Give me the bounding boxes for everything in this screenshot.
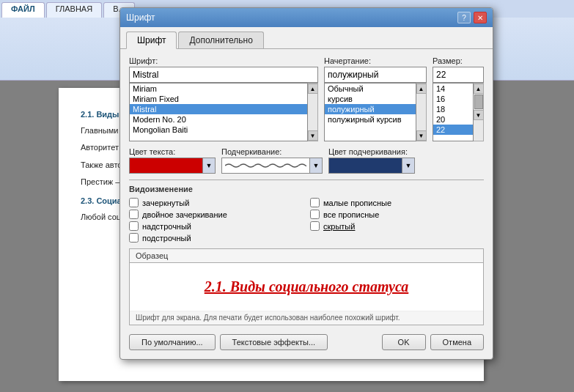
size-list-item-22[interactable]: 22 (433, 125, 473, 135)
scroll-up-arrow[interactable]: ▲ (416, 84, 427, 94)
style-list-item-bold[interactable]: полужирный (325, 104, 416, 114)
font-list[interactable]: Miriam Miriam Fixed Mistral Modern No. 2… (129, 83, 308, 141)
font-list-item[interactable]: Miriam (130, 84, 307, 94)
buttons-left: По умолчанию... Текстовые эффекты... (129, 334, 328, 350)
scroll-down-arrow[interactable]: ▼ (308, 130, 318, 141)
font-list-item-mistral[interactable]: Mistral (130, 104, 307, 114)
font-name-group: Шрифт: Miriam Miriam Fixed Mistral Moder… (129, 56, 318, 141)
style-list[interactable]: Обычный курсив полужирный полужирный кур… (324, 83, 416, 141)
dialog-body: Шрифт: Miriam Miriam Fixed Mistral Moder… (120, 49, 493, 359)
effects-section-title: Видоизменение (129, 180, 484, 193)
size-list-wrapper: 14 16 18 20 22 ▲ ▼ (433, 83, 484, 141)
size-list-item[interactable]: 14 (433, 84, 473, 94)
underline-color-picker: ▼ (328, 158, 415, 174)
underline-color-swatch[interactable] (328, 158, 402, 174)
checkbox-small-caps-label: малые прописные (323, 199, 391, 207)
checkbox-superscript-label: надстрочный (142, 222, 191, 231)
underline-dropdown[interactable]: ▼ (309, 158, 323, 174)
text-color-dropdown[interactable]: ▼ (202, 158, 216, 174)
size-list-item[interactable]: 16 (433, 94, 473, 104)
color-row: Цвет текста: ▼ Подчеркивание: ▼ (129, 147, 484, 174)
checkbox-hidden-label: скрытый (323, 222, 355, 231)
underline-color-dropdown[interactable]: ▼ (402, 158, 415, 174)
preview-text: 2.1. Виды социального статуса (205, 278, 409, 295)
style-list-item[interactable]: полужирный курсив (325, 114, 416, 125)
default-button[interactable]: По умолчанию... (129, 334, 216, 350)
checkbox-double-strikethrough-input[interactable] (129, 210, 139, 219)
underline-label: Подчеркивание: (221, 147, 323, 156)
underline-picker: ▼ (221, 158, 323, 174)
dialog-help-button[interactable]: ? (457, 12, 471, 23)
checkbox-all-caps-input[interactable] (310, 210, 320, 219)
font-size-input[interactable] (433, 67, 484, 83)
size-list-item[interactable]: 18 (433, 104, 473, 114)
font-name-label: Шрифт: (129, 56, 318, 65)
titlebar-controls: ? ✕ (457, 12, 487, 23)
checkbox-hidden-input[interactable] (310, 221, 320, 231)
font-list-item[interactable]: Modern No. 20 (130, 114, 307, 125)
size-list-item[interactable]: 20 (433, 114, 473, 125)
scroll-thumb[interactable] (474, 95, 483, 109)
scroll-down-arrow[interactable]: ▼ (474, 110, 484, 120)
checkbox-small-caps-input[interactable] (310, 198, 320, 207)
text-color-group: Цвет текста: ▼ (129, 147, 216, 174)
scroll-down-arrow[interactable]: ▼ (416, 130, 427, 141)
text-color-label: Цвет текста: (129, 147, 216, 156)
font-size-label: Размер: (433, 56, 484, 65)
font-style-group: Начертание: Обычный курсив полужирный по… (324, 56, 427, 141)
tab-advanced[interactable]: Дополнительно (178, 32, 263, 48)
checkbox-superscript-input[interactable] (129, 221, 139, 231)
checkbox-double-strikethrough[interactable]: двойное зачеркивание (129, 210, 303, 219)
preview-label: Образец (130, 249, 483, 263)
field-labels-row: Шрифт: Miriam Miriam Fixed Mistral Moder… (129, 56, 484, 141)
checkbox-subscript[interactable]: подстрочный (129, 233, 303, 243)
text-effects-button[interactable]: Текстовые эффекты... (220, 334, 328, 350)
font-list-item[interactable]: Miriam Fixed (130, 94, 307, 104)
checkbox-hidden[interactable]: скрытый (310, 221, 484, 231)
style-list-scrollbar[interactable]: ▲ ▼ (416, 83, 427, 141)
dialog-overlay: Шрифт ? ✕ Шрифт Дополнительно Шрифт: Mir… (0, 0, 574, 392)
dialog-buttons: По умолчанию... Текстовые эффекты... OK … (129, 331, 484, 352)
size-list-scrollbar[interactable]: ▲ ▼ (474, 83, 484, 141)
style-list-item[interactable]: Обычный (325, 84, 416, 94)
font-style-label: Начертание: (324, 56, 427, 65)
font-dialog: Шрифт ? ✕ Шрифт Дополнительно Шрифт: Mir… (119, 7, 493, 360)
checkbox-small-caps[interactable]: малые прописные (310, 198, 484, 207)
font-list-wrapper: Miriam Miriam Fixed Mistral Modern No. 2… (129, 83, 318, 141)
text-color-picker: ▼ (129, 158, 216, 174)
cancel-button[interactable]: Отмена (430, 334, 484, 350)
ok-button[interactable]: OK (382, 334, 426, 350)
font-size-group: Размер: 14 16 18 20 22 ▲ ▼ (433, 56, 484, 141)
font-name-input[interactable] (129, 67, 318, 83)
font-style-input[interactable] (324, 67, 427, 83)
style-list-wrapper: Обычный курсив полужирный полужирный кур… (324, 83, 427, 141)
preview-note: Шрифт для экрана. Для печати будет испол… (130, 311, 483, 325)
checkbox-all-caps-label: все прописные (323, 210, 379, 219)
checkbox-all-caps[interactable]: все прописные (310, 210, 484, 219)
font-list-scrollbar[interactable]: ▲ ▼ (308, 83, 318, 141)
checkbox-double-strikethrough-label: двойное зачеркивание (142, 210, 227, 219)
dialog-close-button[interactable]: ✕ (474, 12, 487, 23)
checkboxes-grid: зачеркнутый малые прописные двойное заче… (129, 198, 484, 243)
checkbox-subscript-label: подстрочный (142, 234, 191, 243)
wavy-line-icon (225, 163, 306, 169)
underline-color-label: Цвет подчеркивания: (328, 147, 415, 156)
checkbox-strikethrough-label: зачеркнутый (142, 199, 189, 207)
font-list-item[interactable]: Mongolian Baiti (130, 125, 307, 135)
underline-swatch[interactable] (221, 158, 309, 174)
underline-color-group: Цвет подчеркивания: ▼ (328, 147, 415, 174)
underline-group: Подчеркивание: ▼ (221, 147, 323, 174)
scroll-up-arrow[interactable]: ▲ (308, 84, 318, 94)
checkbox-superscript[interactable]: надстрочный (129, 221, 303, 231)
preview-area: 2.1. Виды социального статуса (130, 263, 483, 311)
checkbox-strikethrough[interactable]: зачеркнутый (129, 198, 303, 207)
text-color-swatch[interactable] (129, 158, 202, 174)
buttons-right: OK Отмена (382, 334, 484, 350)
size-list[interactable]: 14 16 18 20 22 (433, 83, 474, 141)
style-list-item[interactable]: курсив (325, 94, 416, 104)
preview-section: Образец 2.1. Виды социального статуса Шр… (129, 248, 484, 325)
checkbox-strikethrough-input[interactable] (129, 198, 139, 207)
tab-font[interactable]: Шрифт (126, 32, 177, 49)
checkbox-subscript-input[interactable] (129, 233, 139, 243)
scroll-up-arrow[interactable]: ▲ (474, 84, 484, 94)
